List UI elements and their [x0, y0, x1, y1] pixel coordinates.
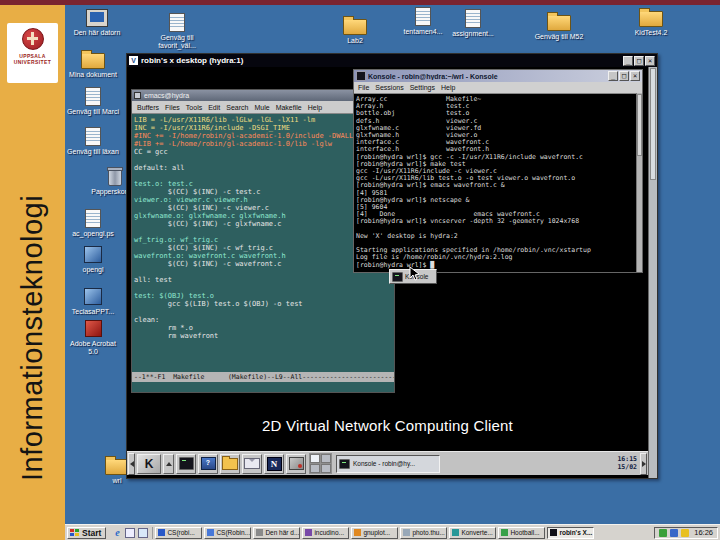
window-list-button[interactable] [163, 454, 174, 474]
task-icon [452, 529, 459, 536]
document-icon [465, 9, 481, 28]
taskbar-button[interactable]: gnuplot... [351, 527, 398, 539]
konsole-menu-item[interactable]: File [356, 84, 373, 91]
konsole-launcher[interactable] [176, 454, 196, 474]
emacs-minibuffer[interactable] [132, 382, 394, 392]
taskbar-button-label: robin's X... [559, 529, 592, 536]
taskbar-button[interactable]: incudino... [302, 527, 349, 539]
taskbar-button-active[interactable]: robin's X... [547, 527, 594, 539]
virtual-desktop-pager[interactable] [309, 453, 332, 474]
taskbar-button[interactable]: CS(robi... [155, 527, 202, 539]
desktop-icon-favorites-shortcut[interactable]: Genväg till favorit_väl... [149, 13, 205, 49]
taskbar-button[interactable]: Konverte... [449, 527, 496, 539]
desktop-icon-opengl[interactable]: opengl [65, 245, 121, 274]
taskbar-button[interactable]: Den här d... [253, 527, 300, 539]
mail-icon[interactable] [125, 528, 135, 538]
desktop-icon-assignment[interactable]: assignment... [445, 9, 501, 38]
taskbar-button-label: CS(robi... [167, 529, 194, 536]
desktop-icon-label: Genväg till läxan [65, 148, 121, 156]
start-button-label: Start [82, 528, 101, 538]
home-folder-launcher[interactable] [220, 454, 240, 474]
desktop-icon-my-computer[interactable]: Den här datorn [69, 9, 125, 37]
windows-taskbar: Start e CS(robi... CS(Robin... Den här d… [65, 524, 720, 540]
desktop-icon-tentamen[interactable]: tentamen4... [395, 7, 451, 36]
taskbar-button[interactable]: Hootball... [498, 527, 545, 539]
vnc-scrollbar-thumb[interactable] [650, 68, 656, 180]
slide: UPPSALA UNIVERSITET Informationsteknolog… [0, 0, 720, 540]
taskbar-button[interactable]: CS(Robin... [204, 527, 251, 539]
vnc-vertical-scrollbar[interactable] [648, 67, 657, 478]
emacs-menu-item[interactable]: Files [162, 104, 183, 111]
kcontrol-launcher[interactable] [286, 454, 306, 474]
emacs-menu-item[interactable]: Makefile [273, 104, 305, 111]
emacs-menu-item[interactable]: Help [305, 104, 325, 111]
desktop-icon-label: KidTest4.2 [623, 29, 679, 37]
taskbar-button-label: Konverte... [461, 529, 492, 536]
desktop-icon-kidtest[interactable]: KidTest4.2 [623, 7, 679, 37]
konsole-scrollbar-thumb[interactable] [637, 94, 642, 156]
pager-desktop-3[interactable] [310, 464, 320, 473]
desktop-icon-m52-shortcut[interactable]: Genväg till M52 [531, 11, 587, 41]
window-control-button[interactable]: □ [619, 71, 629, 81]
konsole-scrollbar[interactable] [636, 93, 642, 272]
kde-clock[interactable]: 16:15 15/02 [614, 456, 640, 471]
pager-desktop-1[interactable] [310, 454, 320, 463]
desktop-icon-teclas[interactable]: TeclasaPPT... [65, 287, 121, 316]
internet-explorer-icon[interactable]: e [112, 528, 122, 538]
desktop-icon-marci-shortcut[interactable]: Genväg till Marci [65, 87, 121, 116]
tray-icon-1[interactable] [659, 529, 667, 537]
tray-icon-3[interactable] [681, 529, 689, 537]
konsole-menu-item[interactable]: Sessions [373, 84, 407, 91]
konsole-app-icon [356, 71, 366, 81]
desktop-icon-laxan-shortcut[interactable]: Genväg till läxan [65, 127, 121, 156]
pager-desktop-2[interactable] [321, 454, 331, 463]
emacs-menu-item[interactable]: Mule [251, 104, 272, 111]
editor-line: all: test [134, 276, 392, 284]
window-control-button[interactable]: × [630, 71, 640, 81]
desktop-icon-label: Lab2 [327, 37, 383, 45]
help-launcher[interactable]: ? [198, 454, 218, 474]
k-menu-button[interactable]: K [137, 454, 161, 474]
editor-line: clean: [134, 316, 392, 324]
pager-desktop-4[interactable] [321, 464, 331, 473]
window-control-button[interactable]: × [645, 56, 655, 66]
desktop-icon-ac-opengl[interactable]: ac_opengl.ps [65, 209, 121, 238]
desktop-icon-label: Genväg till M52 [531, 33, 587, 41]
desktop-icon-acrobat[interactable]: Adobe Acrobat 5.0 [65, 319, 121, 355]
show-desktop-icon[interactable] [138, 528, 148, 538]
konsole-menu-item[interactable]: Help [439, 84, 459, 91]
desktop-icon-lab2[interactable]: Lab2 [327, 15, 383, 45]
document-icon [169, 13, 185, 32]
slide-top-accent-bar [0, 0, 720, 5]
emacs-menu-item[interactable]: Buffers [134, 104, 162, 111]
up-arrow-icon [166, 462, 172, 466]
taskbar-button[interactable]: photo.thu... [400, 527, 447, 539]
vnc-window-controls: _□× [623, 56, 655, 66]
start-button[interactable]: Start [67, 527, 106, 539]
vnc-window-title: robin's x desktop (hydra:1) [141, 56, 620, 65]
desktop-icon-my-documents[interactable]: Mina dokument [65, 49, 121, 79]
netscape-launcher[interactable]: N [264, 454, 284, 474]
vnc-window-titlebar[interactable]: V robin's x desktop (hydra:1) _□× [127, 54, 657, 67]
konsole-menu-item[interactable]: Settings [408, 84, 439, 91]
windows-logo-icon [70, 529, 79, 536]
window-control-button[interactable]: _ [623, 56, 633, 66]
desktop-icon-label: Genväg till favorit_väl... [149, 34, 205, 49]
panel-hide-left-button[interactable] [128, 453, 135, 475]
taskbar-button-label: CS(Robin... [216, 529, 250, 536]
kde-taskbar-konsole-button[interactable]: Konsole - robin@hy... [336, 455, 440, 473]
konsole-titlebar[interactable]: Konsole - robin@hydra:~/wrl - Konsole _□… [354, 70, 642, 82]
emacs-menu-item[interactable]: Search [223, 104, 251, 111]
emacs-menu-item[interactable]: Tools [183, 104, 205, 111]
panel-hide-right-button[interactable] [640, 453, 647, 475]
window-control-button[interactable]: _ [608, 71, 618, 81]
terminal-line: [robin@hydra wrl]$ █ [356, 262, 633, 269]
emacs-menu-item[interactable]: Edit [205, 104, 223, 111]
kmail-launcher[interactable] [242, 454, 262, 474]
window-control-button[interactable]: □ [634, 56, 644, 66]
task-icon [403, 529, 410, 536]
konsole-terminal-output: Array.cc Makefile~Array.h test.cbottle.o… [354, 94, 642, 272]
tray-icon-2[interactable] [670, 529, 678, 537]
konsole-menubar: FileSessionsSettingsHelp [354, 82, 642, 94]
application-icon [84, 246, 102, 263]
